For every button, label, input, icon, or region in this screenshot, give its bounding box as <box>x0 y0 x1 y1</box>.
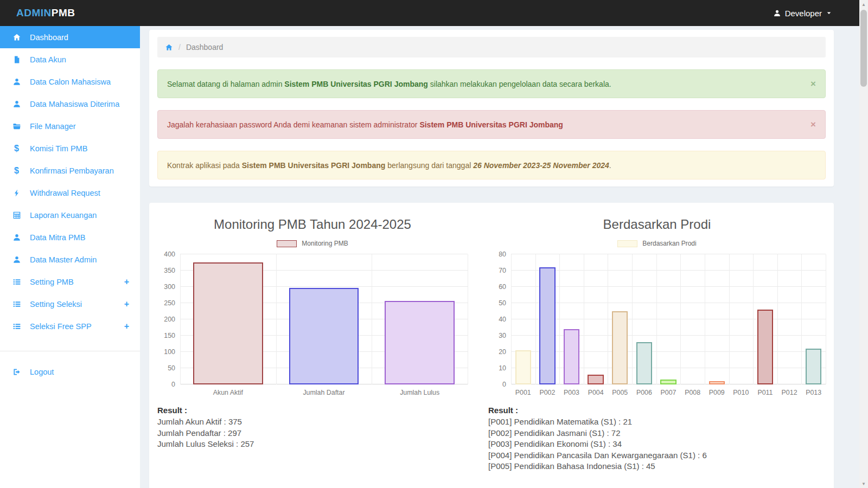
sidebar: DashboardData AkunData Calon MahasiswaDa… <box>0 26 140 488</box>
scrollbar-down-arrow[interactable]: ▼ <box>859 479 868 488</box>
result-line: [P002] Pendidikan Jasmani (S1) : 72 <box>488 428 826 439</box>
bar-p007 <box>660 380 676 384</box>
home-icon <box>12 33 21 42</box>
sidebar-item-label: Konfirmasi Pembayaran <box>30 166 114 175</box>
sidebar-item-data-calon-mahasiswa[interactable]: Data Calon Mahasiswa <box>0 70 140 93</box>
sidebar-item-data-akun[interactable]: Data Akun <box>0 48 140 70</box>
sidebar-item-setting-seleksi[interactable]: Setting Seleksi+ <box>0 293 140 315</box>
sidebar-item-label: Laporan Keuangan <box>30 211 97 220</box>
expand-plus-icon[interactable]: + <box>124 300 129 309</box>
main-content: / Dashboard Selamat datang di halaman ad… <box>140 26 859 488</box>
y-tick-label: 50 <box>499 300 506 306</box>
expand-plus-icon[interactable]: + <box>124 278 129 286</box>
x-tick-label: P007 <box>656 389 681 396</box>
bar-jumlah-daftar <box>289 288 359 384</box>
user-icon <box>12 233 21 242</box>
sidebar-item-label: Withdrawal Request <box>30 189 100 197</box>
chart-y-axis: 050100150200250300350400 <box>157 254 180 384</box>
legend-label: Monitoring PMB <box>302 240 348 247</box>
scrollbar-up-arrow[interactable]: ▲ <box>859 0 868 9</box>
sidebar-item-logout[interactable]: Logout <box>0 361 140 383</box>
chart-title: Berdasarkan Prodi <box>488 217 826 232</box>
legend-label: Berdasarkan Prodi <box>642 240 696 247</box>
x-tick-label: P009 <box>705 389 729 396</box>
y-tick-label: 30 <box>499 332 506 339</box>
x-tick-label: P001 <box>511 389 535 396</box>
x-tick-label: P010 <box>729 389 754 396</box>
user-icon <box>12 78 21 86</box>
chart-plot-wrap: 050100150200250300350400 Akun AktifJumla… <box>157 254 468 399</box>
y-tick-label: 250 <box>164 300 175 306</box>
sidebar-item-seleksi-free-spp[interactable]: Seleksi Free SPP+ <box>0 315 140 337</box>
y-tick-label: 200 <box>164 316 175 323</box>
y-tick-label: 300 <box>164 284 175 290</box>
sidebar-item-laporan-keuangan[interactable]: Laporan Keuangan <box>0 204 140 226</box>
list-icon <box>12 300 21 309</box>
charts-row: Monitoring PMB Tahun 2024-2025 Monitorin… <box>157 209 826 472</box>
sidebar-item-data-mitra-pmb[interactable]: Data Mitra PMB <box>0 226 140 248</box>
chart-legend[interactable]: Berdasarkan Prodi <box>488 240 826 247</box>
list-icon <box>12 278 21 286</box>
result-line: [P001] Pendidikan Matematika (S1) : 21 <box>488 416 826 428</box>
sidebar-item-label: Data Calon Mahasiswa <box>30 78 111 86</box>
sidebar-item-label: Data Mitra PMB <box>30 233 85 242</box>
chart-legend[interactable]: Monitoring PMB <box>157 240 468 247</box>
home-icon[interactable] <box>165 43 173 52</box>
sidebar-item-label: Dashboard <box>30 33 68 42</box>
y-tick-label: 70 <box>499 267 506 274</box>
user-icon <box>12 255 21 264</box>
dollar-icon: $ <box>12 166 21 176</box>
alert-text: Kontrak aplikasi pada Sistem PMB Univers… <box>167 161 611 170</box>
user-menu[interactable]: Developer <box>773 9 832 18</box>
result-line: Jumlah Pendaftar : 297 <box>157 428 468 439</box>
sidebar-item-label: Setting Seleksi <box>30 300 82 309</box>
y-tick-label: 150 <box>164 332 175 339</box>
alert-text: Selamat datang di halaman admin Sistem P… <box>167 80 611 88</box>
bar-akun-aktif <box>193 262 263 384</box>
result-line: Jumlah Lulus Seleksi : 257 <box>157 439 468 450</box>
app-logo[interactable]: ADMINPMB <box>16 7 75 19</box>
bar-p011 <box>757 310 773 384</box>
alert-close-icon[interactable]: × <box>810 79 816 88</box>
chart-plot-wrap: 01020304050607080 P001P002P003P004P005P0… <box>488 254 826 399</box>
result-lines: Jumlah Akun Aktif : 375Jumlah Pendaftar … <box>157 416 468 450</box>
bar-p001 <box>515 350 531 384</box>
chart-title: Monitoring PMB Tahun 2024-2025 <box>157 217 468 232</box>
x-tick-label: P005 <box>608 389 632 396</box>
sidebar-item-konfirmasi-pembayaran[interactable]: $Konfirmasi Pembayaran <box>0 159 140 182</box>
breadcrumb: / Dashboard <box>157 37 826 57</box>
bar-jumlah-lulus <box>385 301 455 384</box>
sidebar-item-data-master-admin[interactable]: Data Master Admin <box>0 248 140 271</box>
file-icon <box>12 55 21 64</box>
sidebar-item-label: Data Master Admin <box>30 255 97 264</box>
y-tick-label: 0 <box>171 381 175 388</box>
result-title: Result : <box>157 406 468 415</box>
result-title: Result : <box>488 406 826 415</box>
sidebar-item-data-mahasiswa-diterima[interactable]: Data Mahasiswa Diterima <box>0 93 140 115</box>
alert-success: Selamat datang di halaman admin Sistem P… <box>157 69 826 98</box>
result-line: Jumlah Akun Aktif : 375 <box>157 416 468 428</box>
sidebar-item-komisi-tim-pmb[interactable]: $Komisi Tim PMB <box>0 137 140 159</box>
brand-admin: ADMIN <box>16 7 52 18</box>
sidebar-item-withdrawal-request[interactable]: Withdrawal Request <box>0 182 140 204</box>
x-tick-label: P011 <box>753 389 777 396</box>
user-icon <box>12 100 21 108</box>
sidebar-item-setting-pmb[interactable]: Setting PMB+ <box>0 271 140 293</box>
x-tick-label: P006 <box>632 389 656 396</box>
chart-plot-area <box>511 254 826 384</box>
bar-p009 <box>709 381 725 384</box>
expand-plus-icon[interactable]: + <box>124 322 129 331</box>
scrollbar-thumb[interactable] <box>860 10 867 87</box>
list-icon <box>12 322 21 331</box>
bar-p003 <box>564 329 579 384</box>
x-tick-label: P002 <box>535 389 560 396</box>
alert-close-icon[interactable]: × <box>810 120 816 129</box>
sidebar-item-dashboard[interactable]: Dashboard <box>0 26 140 48</box>
scrollbar[interactable]: ▲ ▼ <box>859 0 868 488</box>
y-tick-label: 350 <box>164 267 175 274</box>
sidebar-item-label: Data Akun <box>30 55 66 64</box>
y-tick-label: 100 <box>164 349 175 355</box>
folder-icon <box>12 122 21 131</box>
x-tick-label: P012 <box>777 389 802 396</box>
sidebar-item-file-manager[interactable]: File Manager <box>0 115 140 137</box>
